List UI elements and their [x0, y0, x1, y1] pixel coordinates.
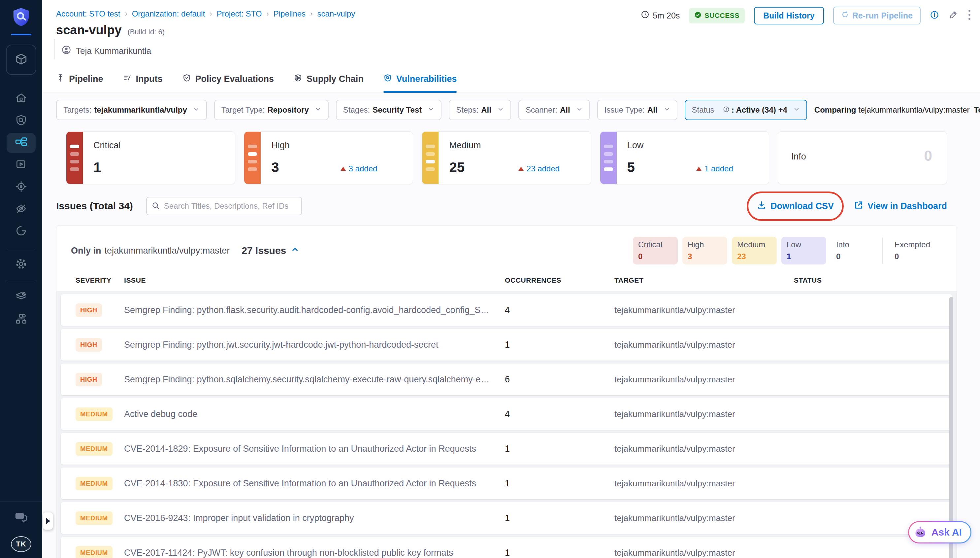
severity-badge: HIGH	[75, 304, 102, 317]
table-row[interactable]: MEDIUM CVE-2017-11424: PyJWT: key confus…	[61, 537, 952, 558]
issue-title[interactable]: Semgrep Finding: python.jwt.security.jwt…	[124, 340, 505, 350]
check-circle-icon	[694, 11, 702, 20]
filter-steps[interactable]: Steps:All	[449, 100, 511, 120]
filter-target-type[interactable]: Target Type:Repository	[214, 100, 329, 120]
info-icon[interactable]	[930, 10, 939, 21]
table-row[interactable]: MEDIUM CVE-2016-9243: Improper input val…	[61, 502, 952, 534]
breadcrumb-separator: ›	[310, 10, 312, 18]
table-row[interactable]: MEDIUM CVE-2014-1829: Exposure of Sensit…	[61, 433, 952, 464]
sidebar-item-getting-started[interactable]	[7, 222, 36, 241]
execution-tabs: Pipeline Inputs Policy Evaluations Suppl…	[42, 66, 980, 92]
issues-total-title: Issues (Total 34)	[56, 200, 133, 212]
sidebar-item-targets[interactable]	[7, 177, 36, 197]
tab-vulnerabilities[interactable]: Vulnerabilities	[383, 66, 457, 92]
build-history-button[interactable]: Build History	[754, 7, 824, 25]
card-low[interactable]: Low 5 1 added	[600, 131, 769, 184]
vulnerabilities-content: Targets:tejakummarikuntla/vulpy Target T…	[42, 93, 980, 558]
module-selector-button[interactable]	[6, 44, 36, 75]
breadcrumb-org[interactable]: Organization: default	[132, 9, 205, 18]
chevron-down-icon	[187, 105, 200, 115]
table-row[interactable]: HIGH Semgrep Finding: python.sqlalchemy.…	[61, 364, 952, 395]
filter-status[interactable]: Status : Active (34) +4	[685, 100, 807, 120]
issue-title[interactable]: CVE-2016-9243: Improper input validation…	[124, 513, 505, 524]
tab-policy-evaluations[interactable]: Policy Evaluations	[182, 66, 274, 92]
sidebar-expand-handle[interactable]	[43, 512, 53, 530]
target-value: tejakummarikuntla/vulpy:master	[614, 409, 794, 419]
breadcrumb-project[interactable]: Project: STO	[216, 9, 262, 18]
table-row[interactable]: MEDIUM Active debug code 4 tejakummariku…	[61, 398, 952, 430]
tab-inputs[interactable]: Inputs	[123, 66, 163, 92]
issue-group-header: Only in tejakummarikuntla/vulpy:master 2…	[56, 225, 957, 266]
filter-issue-type[interactable]: Issue Type:All	[597, 100, 677, 120]
issue-title[interactable]: Semgrep Finding: python.flask.security.a…	[124, 305, 505, 315]
ask-ai-button[interactable]: Ask AI	[908, 521, 972, 543]
target-value: tejakummarikuntla/vulpy:master	[614, 478, 794, 489]
card-medium[interactable]: Medium 25 23 added	[422, 131, 591, 184]
sidebar-item-default-settings[interactable]	[7, 287, 36, 307]
tab-pipeline[interactable]: Pipeline	[56, 66, 103, 92]
group-issue-count[interactable]: 27 Issues	[242, 245, 299, 256]
issues-search	[146, 197, 302, 215]
target-value: tejakummarikuntla/vulpy:master	[614, 548, 794, 558]
occurrences-value: 1	[505, 340, 614, 350]
sidebar-item-settings[interactable]	[7, 254, 36, 274]
issues-toolbar: Issues (Total 34) Download CSV	[56, 197, 947, 215]
sidebar-item-home[interactable]	[7, 89, 36, 108]
sidebar-item-pipelines[interactable]	[7, 133, 36, 153]
help-chat-icon[interactable]: ?	[14, 510, 28, 526]
sidebar-item-executions[interactable]	[7, 155, 36, 175]
user-avatar[interactable]: TK	[11, 536, 31, 552]
target-value: tejakummarikuntla/vulpy:master	[614, 513, 794, 524]
table-row[interactable]: HIGH Semgrep Finding: python.flask.secur…	[61, 294, 952, 326]
triangle-up-icon	[340, 167, 346, 171]
chevron-down-icon	[787, 105, 800, 115]
breadcrumb-pipelines[interactable]: Pipelines	[273, 9, 306, 18]
column-status: STATUS	[794, 276, 952, 284]
issues-list: HIGH Semgrep Finding: python.flask.secur…	[56, 291, 957, 558]
sidebar-item-overview[interactable]	[7, 111, 36, 131]
breadcrumb-account[interactable]: Account: STO test	[56, 9, 120, 18]
clock-icon	[641, 10, 650, 21]
table-header-row: SEVERITY ISSUE OCCURRENCES TARGET STATUS	[56, 266, 957, 291]
sidebar-item-org-settings[interactable]	[7, 310, 36, 330]
table-row[interactable]: HIGH Semgrep Finding: python.jwt.securit…	[61, 329, 952, 361]
screen: ? TK Account: STO test › Organization: d…	[0, 0, 980, 558]
issue-title[interactable]: CVE-2014-1829: Exposure of Sensitive Inf…	[124, 444, 505, 454]
rerun-pipeline-button[interactable]: Re-run Pipeline	[833, 7, 921, 25]
severity-badge: MEDIUM	[75, 477, 113, 490]
breadcrumb-separator: ›	[125, 10, 127, 18]
edit-pencil-icon[interactable]	[948, 10, 958, 21]
download-csv-link[interactable]: Download CSV	[757, 200, 834, 212]
table-scrollbar[interactable]	[949, 297, 953, 558]
card-high[interactable]: High 3 3 added	[244, 131, 413, 184]
refresh-icon	[841, 11, 849, 20]
sidebar-item-exemptions[interactable]	[7, 199, 36, 219]
breadcrumb-current[interactable]: scan-vulpy	[317, 9, 355, 18]
chip-critical: Critical0	[633, 237, 678, 264]
card-info[interactable]: Info 0	[778, 131, 947, 184]
issue-title[interactable]: CVE-2014-1830: Exposure of Sensitive Inf…	[124, 478, 505, 489]
page-header: Account: STO test › Organization: defaul…	[42, 0, 980, 66]
chevron-down-icon	[309, 105, 321, 115]
filter-stages[interactable]: Stages:Security Test	[336, 100, 442, 120]
severity-gauge-icon	[422, 132, 438, 184]
severity-gauge-icon	[244, 132, 261, 184]
severity-badge: HIGH	[75, 338, 102, 352]
tab-supply-chain[interactable]: Supply Chain	[294, 66, 364, 92]
breadcrumb: Account: STO test › Organization: defaul…	[56, 9, 355, 18]
occurrences-value: 4	[505, 305, 614, 315]
view-in-dashboard-link[interactable]: View in Dashboard	[854, 200, 947, 212]
issue-title[interactable]: CVE-2017-11424: PyJWT: key confusion thr…	[124, 548, 505, 558]
occurrences-value: 6	[505, 374, 614, 385]
issue-title[interactable]: Active debug code	[124, 409, 505, 419]
kebab-menu-icon[interactable]	[967, 9, 972, 22]
table-row[interactable]: MEDIUM CVE-2014-1830: Exposure of Sensit…	[61, 468, 952, 499]
card-critical[interactable]: Critical 1	[66, 131, 235, 184]
issue-title[interactable]: Semgrep Finding: python.sqlalchemy.secur…	[124, 374, 505, 385]
shield-nodes-icon	[294, 74, 302, 85]
filter-scanner[interactable]: Scanner:All	[519, 100, 590, 120]
search-input[interactable]	[146, 197, 302, 215]
filter-targets[interactable]: Targets:tejakummarikuntla/vulpy	[56, 100, 207, 120]
target-value: tejakummarikuntla/vulpy:master	[614, 374, 794, 385]
divider	[54, 39, 55, 59]
